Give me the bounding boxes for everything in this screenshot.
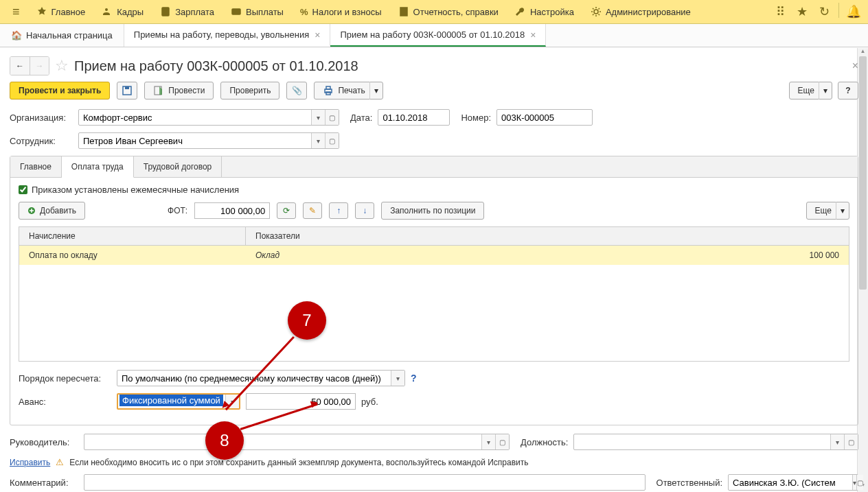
table-more-button[interactable]: Еще ▾ — [806, 202, 849, 220]
post-and-close-button[interactable]: Провести и закрыть — [10, 82, 110, 99]
home-tab[interactable]: 🏠 Начальная страница — [0, 24, 124, 47]
avans-label: Аванс: — [19, 397, 111, 407]
tab-main[interactable]: Главное — [10, 156, 62, 177]
post-button[interactable]: Провести — [144, 82, 214, 99]
star-icon — [36, 6, 47, 17]
more-button[interactable]: Еще ▾ — [789, 82, 832, 99]
menu-settings[interactable]: Настройка — [508, 0, 581, 23]
tab-list[interactable]: Приемы на работу, переводы, увольнения × — [124, 24, 331, 47]
tabs-row: 🏠 Начальная страница Приемы на работу, п… — [0, 24, 868, 47]
responsible-field[interactable]: ▾ ▢ — [728, 474, 858, 491]
open-icon[interactable]: ▢ — [325, 133, 339, 148]
menu-admin[interactable]: Администрирование — [584, 0, 698, 23]
people-icon — [102, 6, 113, 17]
favorite-star-icon[interactable]: ☆ — [55, 57, 69, 75]
accruals-table: Начисление Показатели Оплата по окладу О… — [19, 226, 849, 362]
pencil-icon: ✎ — [309, 206, 316, 215]
position-field[interactable]: ▾ ▢ — [573, 434, 858, 450]
apps-icon[interactable]: ⠿ — [771, 3, 789, 21]
employee-input[interactable] — [79, 133, 311, 148]
responsible-input[interactable] — [729, 475, 852, 490]
tab-document[interactable]: Прием на работу 003К-000005 от 01.10.201… — [330, 24, 546, 47]
arrow-up-icon: ↑ — [336, 206, 341, 215]
chevron-down-icon[interactable]: ▾ — [836, 202, 849, 220]
number-input[interactable] — [497, 110, 621, 125]
open-icon[interactable]: ▢ — [856, 475, 863, 490]
bell-icon[interactable]: 🔔 — [845, 3, 863, 21]
manager-input[interactable] — [84, 434, 481, 449]
home-icon: 🏠 — [11, 30, 22, 40]
open-icon[interactable]: ▢ — [325, 110, 339, 125]
help-icon[interactable]: ? — [411, 373, 417, 384]
refresh-button[interactable]: ⟳ — [277, 202, 296, 219]
date-field[interactable]: 📅 — [378, 109, 450, 126]
number-label: Номер: — [461, 113, 491, 123]
edit-button[interactable]: ✎ — [303, 202, 322, 219]
annotation-8: 8 — [205, 421, 244, 460]
chevron-down-icon[interactable]: ▾ — [369, 82, 382, 99]
chevron-down-icon[interactable]: ▾ — [830, 434, 844, 449]
comment-input[interactable] — [84, 475, 645, 490]
check-button[interactable]: Проверить — [220, 82, 279, 99]
menu-reports[interactable]: Отчетность, справки — [391, 0, 505, 23]
manager-field[interactable]: ▾ ▢ — [84, 434, 510, 450]
recalc-label: Порядок пересчета: — [19, 373, 111, 384]
menu-kadry[interactable]: Кадры — [95, 0, 150, 23]
org-label: Организация: — [10, 113, 73, 123]
history-icon[interactable]: ↻ — [815, 3, 833, 21]
chevron-down-icon[interactable]: ▾ — [481, 434, 495, 449]
monthly-accruals-checkbox[interactable] — [19, 185, 27, 194]
chevron-down-icon[interactable]: ▾ — [311, 133, 325, 148]
chevron-down-icon[interactable]: ▾ — [391, 371, 404, 386]
menu-zp[interactable]: Зарплата — [153, 0, 221, 23]
correct-link[interactable]: Исправить — [10, 458, 50, 467]
chevron-down-icon[interactable]: ▾ — [311, 110, 325, 125]
org-input[interactable] — [79, 110, 311, 125]
close-document-icon[interactable]: × — [852, 60, 858, 72]
move-down-button[interactable]: ↓ — [355, 202, 374, 219]
employee-field[interactable]: ▾ ▢ — [78, 132, 339, 149]
forward-button[interactable]: → — [30, 57, 49, 75]
table-row[interactable]: Оплата по окладу Оклад 100 000 — [19, 246, 849, 265]
document-body: ← → ☆ Прием на работу 003К-000005 от 01.… — [0, 47, 868, 492]
chevron-down-icon[interactable]: ▾ — [819, 82, 832, 99]
menu-vyplaty[interactable]: Выплаты — [224, 0, 290, 23]
fill-by-position-button[interactable]: Заполнить по позиции — [381, 202, 484, 220]
close-icon[interactable]: × — [315, 30, 320, 40]
ruk-label: Руководитель: — [10, 437, 78, 447]
position-input[interactable] — [574, 434, 830, 449]
attach-button[interactable]: 📎 — [286, 82, 307, 99]
correct-text: Если необходимо вносить ис о при этом со… — [69, 458, 528, 467]
org-field[interactable]: ▾ ▢ — [78, 109, 339, 126]
tab-panel: Главное Оплата труда Трудовой договор Пр… — [10, 156, 858, 425]
number-field[interactable] — [496, 109, 593, 126]
comment-field[interactable] — [84, 474, 646, 491]
table-empty-area[interactable] — [19, 265, 849, 361]
back-button[interactable]: ← — [10, 57, 30, 75]
print-button[interactable]: Печать ▾ — [314, 82, 382, 99]
tab-contract[interactable]: Трудовой договор — [134, 156, 222, 177]
add-button[interactable]: Добавить — [19, 202, 85, 220]
svg-point-6 — [594, 10, 598, 14]
menu-nalogi[interactable]: % Налоги и взносы — [293, 0, 389, 23]
menu-main[interactable]: Главное — [30, 0, 93, 23]
wrench-icon — [515, 6, 526, 17]
arrow-down-icon: ↓ — [363, 206, 367, 215]
tab-payment[interactable]: Оплата труда — [62, 156, 134, 178]
col-params: Показатели — [246, 227, 849, 245]
help-button[interactable]: ? — [838, 82, 858, 99]
open-icon[interactable]: ▢ — [844, 434, 858, 449]
refresh-icon: ⟳ — [283, 206, 290, 215]
open-icon[interactable]: ▢ — [495, 434, 509, 449]
emp-label: Сотрудник: — [10, 136, 73, 146]
save-button[interactable] — [117, 82, 137, 99]
fot-input[interactable] — [194, 202, 270, 219]
svg-rect-2 — [232, 9, 240, 14]
svg-rect-11 — [326, 86, 330, 89]
fav-icon[interactable]: ★ — [793, 3, 811, 21]
move-up-button[interactable]: ↑ — [329, 202, 348, 219]
document-title: Прием на работу 003К-000005 от 01.10.201… — [74, 58, 358, 74]
close-icon[interactable]: × — [530, 30, 536, 40]
hamburger-icon[interactable]: ≡ — [5, 5, 27, 19]
avans-amount-input[interactable] — [246, 393, 356, 410]
